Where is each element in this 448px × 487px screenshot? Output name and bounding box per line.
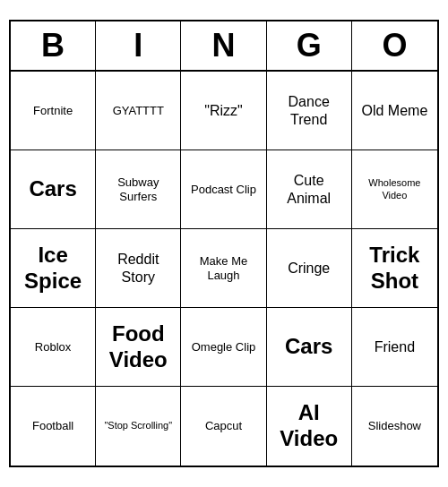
cell-text: Podcast Clip xyxy=(191,183,256,197)
bingo-cell: Slideshow xyxy=(352,387,437,466)
cell-text: Old Meme xyxy=(361,102,427,119)
bingo-cell: Reddit Story xyxy=(96,229,181,308)
cell-text: Dance Trend xyxy=(271,93,348,127)
bingo-cell: Capcut xyxy=(181,387,266,466)
bingo-cell: Cars xyxy=(11,150,96,229)
bingo-cell: Ice Spice xyxy=(11,229,96,308)
cell-text: Roblox xyxy=(35,340,71,355)
cell-text: Cute Animal xyxy=(271,172,348,206)
cell-text: Friend xyxy=(375,338,415,355)
bingo-grid: FortniteGYATTTT"Rizz"Dance TrendOld Meme… xyxy=(11,72,437,466)
bingo-letter: O xyxy=(352,21,437,70)
cell-text: Ice Spice xyxy=(14,243,91,295)
bingo-letter: N xyxy=(181,21,266,70)
cell-text: Fortnite xyxy=(33,104,73,118)
cell-text: Subway Surfers xyxy=(99,175,177,203)
bingo-cell: Friend xyxy=(352,308,437,387)
cell-text: GYATTTT xyxy=(113,104,164,118)
bingo-cell: "Rizz" xyxy=(181,72,266,150)
bingo-cell: Food Video xyxy=(96,308,181,387)
cell-text: "Rizz" xyxy=(204,102,242,119)
bingo-cell: Podcast Clip xyxy=(181,150,266,229)
cell-text: Wholesome Video xyxy=(356,177,434,201)
bingo-cell: Make Me Laugh xyxy=(181,229,266,308)
cell-text: Capcut xyxy=(205,419,242,433)
bingo-cell: Cute Animal xyxy=(267,150,352,229)
cell-text: Slideshow xyxy=(368,419,421,433)
bingo-letter: I xyxy=(96,21,181,70)
bingo-cell: Fortnite xyxy=(11,72,96,150)
cell-text: Reddit Story xyxy=(99,251,177,285)
cell-text: Cars xyxy=(285,334,332,360)
cell-text: Cringe xyxy=(288,260,330,277)
bingo-letter: B xyxy=(11,21,96,70)
bingo-cell: Cringe xyxy=(267,229,352,308)
cell-text: Food Video xyxy=(99,321,177,373)
bingo-letter: G xyxy=(267,21,352,70)
bingo-cell: AI Video xyxy=(267,387,352,466)
cell-text: Omegle Clip xyxy=(192,340,256,355)
bingo-card: BINGO FortniteGYATTTT"Rizz"Dance TrendOl… xyxy=(9,20,439,467)
bingo-cell: Subway Surfers xyxy=(96,150,181,229)
bingo-cell: Omegle Clip xyxy=(181,308,266,387)
cell-text: "Stop Scrolling" xyxy=(104,420,172,431)
bingo-cell: Wholesome Video xyxy=(352,150,437,229)
bingo-cell: Cars xyxy=(267,308,352,387)
bingo-cell: Old Meme xyxy=(352,72,437,150)
bingo-cell: Roblox xyxy=(11,308,96,387)
cell-text: Football xyxy=(32,419,73,433)
bingo-cell: Dance Trend xyxy=(267,72,352,150)
cell-text: Cars xyxy=(29,176,76,202)
cell-text: Make Me Laugh xyxy=(185,254,262,282)
bingo-cell: "Stop Scrolling" xyxy=(96,387,181,466)
cell-text: Trick Shot xyxy=(356,243,434,295)
bingo-cell: GYATTTT xyxy=(96,72,181,150)
bingo-cell: Football xyxy=(11,387,96,466)
bingo-cell: Trick Shot xyxy=(352,229,437,308)
bingo-header: BINGO xyxy=(11,21,437,72)
cell-text: AI Video xyxy=(271,400,348,452)
